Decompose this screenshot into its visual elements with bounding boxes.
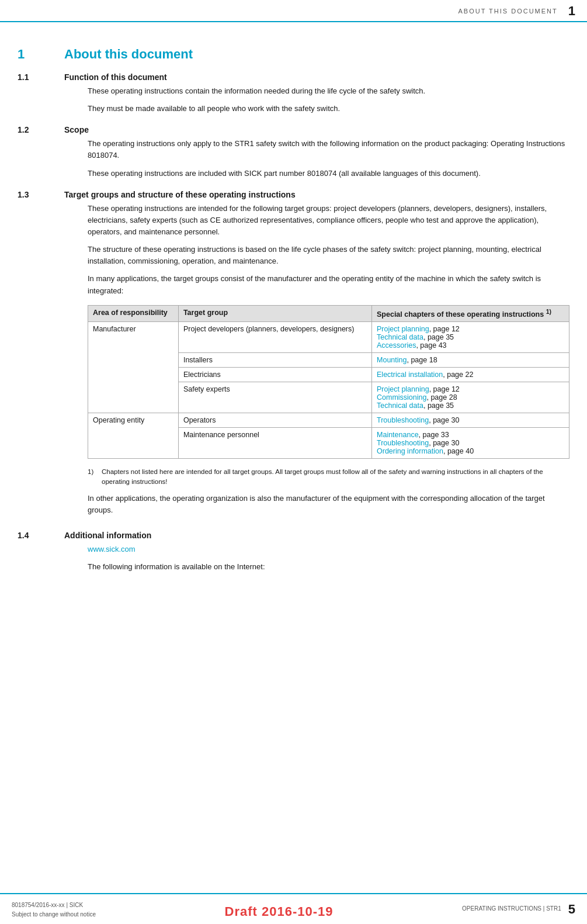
section-1-3-after-table: In other applications, the operating org… <box>88 493 569 516</box>
link-commissioning[interactable]: Commissioning <box>377 393 426 402</box>
section-1-4-heading-row: 1.4 Additional information <box>18 531 569 540</box>
page-header: ABOUT THIS DOCUMENT 1 <box>0 0 587 22</box>
target-safety-experts: Safety experts <box>178 382 371 413</box>
section-1-1-title: Function of this document <box>64 72 167 82</box>
table-header-row: Area of responsibility Target group Spec… <box>88 305 569 321</box>
section-1-2-number: 1.2 <box>18 125 64 134</box>
link-troubleshooting-1[interactable]: Troubleshooting <box>377 416 429 424</box>
col-header-area: Area of responsibility <box>88 305 179 321</box>
footer-left: 8018754/2016-xx-xx | SICK Subject to cha… <box>12 901 96 919</box>
footer-doc-number: 8018754/2016-xx-xx | SICK <box>12 901 96 910</box>
section-1-3-title: Target groups and structure of these ope… <box>64 190 296 199</box>
footer-doc-label: OPERATING INSTRUCTIONS | STR1 <box>462 904 561 913</box>
section-1-4-para: The following information is available o… <box>88 561 569 573</box>
area-operating-entity: Operating entity <box>88 413 179 458</box>
sick-website-link[interactable]: www.sick.com <box>88 545 136 553</box>
link-technical-data-2[interactable]: Technical data <box>377 402 423 410</box>
link-project-planning-2[interactable]: Project planning <box>377 385 429 393</box>
chapters-maintenance: Maintenance, page 33 Troubleshooting, pa… <box>372 427 569 458</box>
section-1-3-number: 1.3 <box>18 190 64 199</box>
chapters-operators: Troubleshooting, page 30 <box>372 413 569 427</box>
header-page-number: 1 <box>568 4 575 19</box>
section-1-1-para-1: These operating instructions contain the… <box>88 85 569 97</box>
link-electrical-installation[interactable]: Electrical installation <box>377 371 443 379</box>
section-1-2-para-2: These operating instructions are include… <box>88 168 569 179</box>
table-row: Operating entity Operators Troubleshooti… <box>88 413 569 427</box>
col-header-chapters: Special chapters of these operating inst… <box>372 305 569 321</box>
chapters-project-developers: Project planning, page 12 Technical data… <box>372 321 569 352</box>
section-1-2-para-1: The operating instructions only apply to… <box>88 138 569 161</box>
link-ordering-info[interactable]: Ordering information <box>377 447 443 455</box>
link-accessories[interactable]: Accessories <box>377 341 416 349</box>
header-title: ABOUT THIS DOCUMENT <box>459 8 558 15</box>
section-1-number: 1 <box>18 47 64 62</box>
section-1-title: About this document <box>64 47 193 62</box>
section-1-2-heading-row: 1.2 Scope <box>18 125 569 134</box>
col-header-target: Target group <box>178 305 371 321</box>
link-project-planning-1[interactable]: Project planning <box>377 325 429 333</box>
link-mounting[interactable]: Mounting <box>377 356 407 364</box>
footer-page-number: 5 <box>568 899 575 919</box>
link-technical-data-1[interactable]: Technical data <box>377 333 423 341</box>
target-groups-table: Area of responsibility Target group Spec… <box>88 305 569 459</box>
footer-right: OPERATING INSTRUCTIONS | STR1 5 <box>462 899 575 919</box>
section-1-3-para-3: In many applications, the target groups … <box>88 273 569 296</box>
table-row: Manufacturer Project developers (planner… <box>88 321 569 352</box>
section-1-1-number: 1.1 <box>18 72 64 82</box>
footer-notice: Subject to change without notice <box>12 910 96 919</box>
link-troubleshooting-2[interactable]: Troubleshooting <box>377 439 429 447</box>
main-content: 1 About this document 1.1 Function of th… <box>0 22 587 625</box>
target-installers: Installers <box>178 352 371 367</box>
footer-draft-watermark: Draft 2016-10-19 <box>225 904 334 919</box>
section-1-3-heading-row: 1.3 Target groups and structure of these… <box>18 190 569 199</box>
section-1-1-para-2: They must be made available to all peopl… <box>88 103 569 115</box>
link-maintenance[interactable]: Maintenance <box>377 431 419 439</box>
chapters-safety-experts: Project planning, page 12 Commissioning,… <box>372 382 569 413</box>
area-manufacturer: Manufacturer <box>88 321 179 413</box>
target-maintenance: Maintenance person­nel <box>178 427 371 458</box>
target-operators: Operators <box>178 413 371 427</box>
section-1-3-para-2: The structure of these operating instruc… <box>88 244 569 267</box>
section-1-1-heading-row: 1.1 Function of this document <box>18 72 569 82</box>
target-electricians: Electricians <box>178 367 371 382</box>
section-1-heading-row: 1 About this document <box>18 47 569 62</box>
section-1-3-para-1: These operating instructions are intende… <box>88 203 569 238</box>
footnote-text: Chapters not listed here are intended fo… <box>102 467 569 487</box>
chapters-electricians: Electrical installation, page 22 <box>372 367 569 382</box>
table-footnote: 1) Chapters not listed here are intended… <box>88 467 569 487</box>
section-1-2-title: Scope <box>64 125 89 134</box>
section-1-4-number: 1.4 <box>18 531 64 540</box>
target-groups-table-wrapper: Area of responsibility Target group Spec… <box>88 305 569 459</box>
section-1-4-link: www.sick.com <box>88 544 569 555</box>
page-footer: 8018754/2016-xx-xx | SICK Subject to cha… <box>0 893 587 924</box>
chapters-installers: Mounting, page 18 <box>372 352 569 367</box>
section-1-4-title: Additional information <box>64 531 151 540</box>
target-project-developers: Project developers (planners, developers… <box>178 321 371 352</box>
